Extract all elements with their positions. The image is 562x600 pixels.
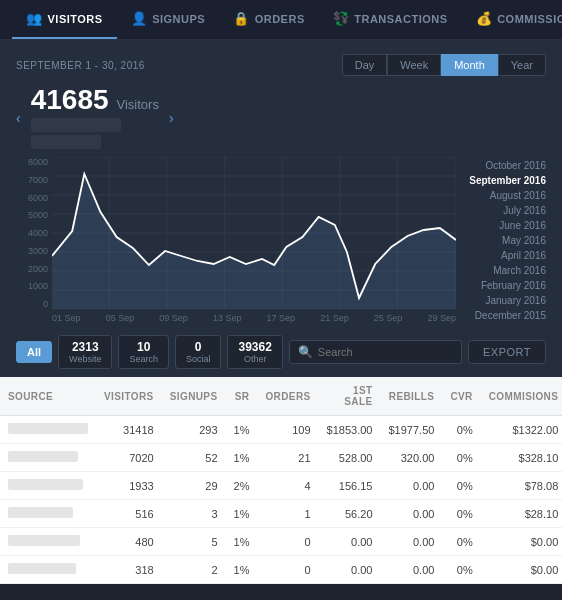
col-commissions: COMMISIONS <box>481 377 562 416</box>
cell-sr: 2% <box>226 472 258 500</box>
cell-rebills: $1977.50 <box>381 416 443 444</box>
cell-orders: 0 <box>257 528 318 556</box>
signups-icon: 👤 <box>131 11 148 26</box>
cell-first-sale: 528.00 <box>319 444 381 472</box>
nav-item-orders[interactable]: 🔒 ORDERS <box>219 0 319 39</box>
period-day[interactable]: Day <box>342 54 388 76</box>
col-orders: ORDERS <box>257 377 318 416</box>
nav-item-signups[interactable]: 👤 SIGNUPS <box>117 0 220 39</box>
cell-orders: 4 <box>257 472 318 500</box>
search-box[interactable]: 🔍 <box>289 340 462 364</box>
cell-cvr: 0% <box>442 472 480 500</box>
cell-cvr: 0% <box>442 416 480 444</box>
cell-sr: 1% <box>226 416 258 444</box>
filter-all[interactable]: All <box>16 341 52 363</box>
col-cvr: CVR <box>442 377 480 416</box>
month-february-2016[interactable]: February 2016 <box>481 279 546 292</box>
data-table-wrapper: SOURCE VISITORS SIGNUPS SR ORDERS 1st SA… <box>0 377 562 584</box>
cell-first-sale: 0.00 <box>319 556 381 584</box>
nav-item-commissions[interactable]: 💰 COMMISSIONS <box>462 0 562 39</box>
filter-other[interactable]: 39362 Other <box>227 335 282 369</box>
month-april-2016[interactable]: April 2016 <box>501 249 546 262</box>
cell-cvr: 0% <box>442 528 480 556</box>
month-october-2016[interactable]: October 2016 <box>485 159 546 172</box>
month-september-2016[interactable]: September 2016 <box>469 174 546 187</box>
cell-commissions: $0.00 <box>481 556 562 584</box>
cell-orders: 0 <box>257 556 318 584</box>
nav-item-visitors[interactable]: 👥 VISITORS <box>12 0 117 39</box>
cell-rebills: 320.00 <box>381 444 443 472</box>
commissions-icon: 💰 <box>476 11 493 26</box>
cell-visitors: 1933 <box>96 472 162 500</box>
chart-container: 8000 7000 6000 5000 4000 3000 2000 1000 … <box>16 157 456 327</box>
cell-first-sale: $1853.00 <box>319 416 381 444</box>
cell-source <box>0 444 96 472</box>
y-axis: 8000 7000 6000 5000 4000 3000 2000 1000 … <box>16 157 52 309</box>
cell-visitors: 7020 <box>96 444 162 472</box>
cell-orders: 109 <box>257 416 318 444</box>
month-july-2016[interactable]: July 2016 <box>503 204 546 217</box>
period-year[interactable]: Year <box>498 54 546 76</box>
filter-social[interactable]: 0 Social <box>175 335 222 369</box>
cell-first-sale: 56.20 <box>319 500 381 528</box>
cell-visitors: 516 <box>96 500 162 528</box>
cell-commissions: $0.00 <box>481 528 562 556</box>
cell-commissions: $78.08 <box>481 472 562 500</box>
search-input[interactable] <box>318 346 453 358</box>
cell-sr: 1% <box>226 444 258 472</box>
month-march-2016[interactable]: March 2016 <box>493 264 546 277</box>
chart-area: 8000 7000 6000 5000 4000 3000 2000 1000 … <box>16 157 546 327</box>
data-table: SOURCE VISITORS SIGNUPS SR ORDERS 1st SA… <box>0 377 562 584</box>
date-range: September 1 - 30, 2016 <box>16 60 145 71</box>
col-source: SOURCE <box>0 377 96 416</box>
cell-signups: 3 <box>162 500 226 528</box>
filter-website[interactable]: 2313 Website <box>58 335 112 369</box>
search-icon: 🔍 <box>298 345 313 359</box>
table-header-row: SOURCE VISITORS SIGNUPS SR ORDERS 1st SA… <box>0 377 562 416</box>
cell-sr: 1% <box>226 500 258 528</box>
cell-commissions: $328.10 <box>481 444 562 472</box>
transactions-icon: 💱 <box>333 11 350 26</box>
orders-icon: 🔒 <box>233 11 250 26</box>
col-first-sale: 1st SALE <box>319 377 381 416</box>
visitor-count-group: 41685 Visitors <box>31 84 159 151</box>
header-row: September 1 - 30, 2016 Day Week Month Ye… <box>16 54 546 76</box>
cell-rebills: 0.00 <box>381 500 443 528</box>
chart-svg <box>52 157 456 309</box>
cell-sr: 1% <box>226 528 258 556</box>
month-june-2016[interactable]: June 2016 <box>499 219 546 232</box>
period-week[interactable]: Week <box>387 54 441 76</box>
table-row: 516 3 1% 1 56.20 0.00 0% $28.10 <box>0 500 562 528</box>
next-arrow[interactable]: › <box>169 110 174 126</box>
cell-commissions: $1322.00 <box>481 416 562 444</box>
filter-row: All 2313 Website 10 Search 0 Social 3936… <box>16 327 546 377</box>
cell-signups: 293 <box>162 416 226 444</box>
table-row: 1933 29 2% 4 156.15 0.00 0% $78.08 <box>0 472 562 500</box>
nav-item-transactions[interactable]: 💱 TRANSACTIONS <box>319 0 462 39</box>
prev-arrow[interactable]: ‹ <box>16 110 21 126</box>
month-december-2015[interactable]: December 2015 <box>475 309 546 322</box>
cell-cvr: 0% <box>442 500 480 528</box>
cell-visitors: 480 <box>96 528 162 556</box>
export-button[interactable]: EXPORT <box>468 340 546 364</box>
month-august-2016[interactable]: August 2016 <box>490 189 546 202</box>
cell-rebills: 0.00 <box>381 472 443 500</box>
svg-marker-16 <box>52 174 456 309</box>
cell-signups: 2 <box>162 556 226 584</box>
visitor-count-row: ‹ 41685 Visitors › <box>16 84 546 151</box>
cell-cvr: 0% <box>442 556 480 584</box>
month-may-2016[interactable]: May 2016 <box>502 234 546 247</box>
period-month[interactable]: Month <box>441 54 498 76</box>
filter-search[interactable]: 10 Search <box>118 335 169 369</box>
period-buttons: Day Week Month Year <box>342 54 546 76</box>
cell-orders: 1 <box>257 500 318 528</box>
col-rebills: REBILLS <box>381 377 443 416</box>
col-signups: SIGNUPS <box>162 377 226 416</box>
table-row: 318 2 1% 0 0.00 0.00 0% $0.00 <box>0 556 562 584</box>
visitor-label: Visitors <box>117 97 159 112</box>
table-row: 480 5 1% 0 0.00 0.00 0% $0.00 <box>0 528 562 556</box>
blurred-tag-1 <box>31 118 121 132</box>
month-january-2016[interactable]: January 2016 <box>485 294 546 307</box>
cell-source <box>0 416 96 444</box>
cell-rebills: 0.00 <box>381 528 443 556</box>
